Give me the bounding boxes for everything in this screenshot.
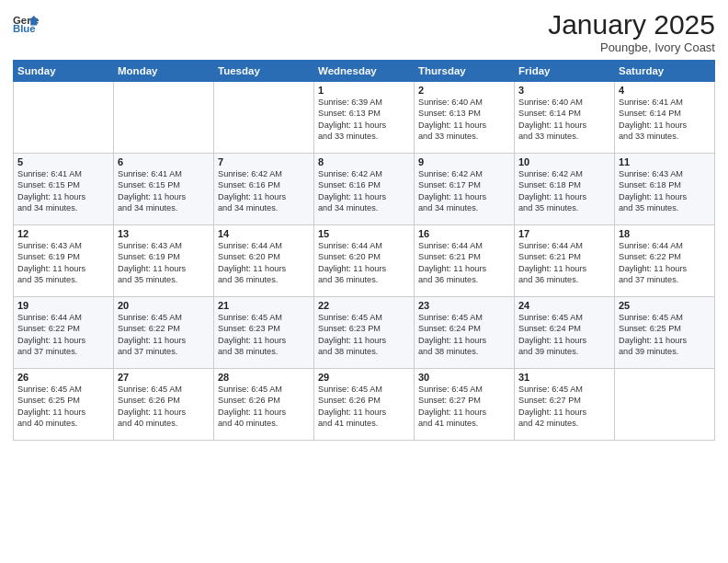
calendar-cell: 30Sunrise: 6:45 AM Sunset: 6:27 PM Dayli… <box>415 369 515 441</box>
calendar-cell: 7Sunrise: 6:42 AM Sunset: 6:16 PM Daylig… <box>214 154 314 225</box>
day-info: Sunrise: 6:45 AM Sunset: 6:26 PM Dayligh… <box>318 384 410 430</box>
day-number: 26 <box>17 372 109 383</box>
calendar-cell: 1Sunrise: 6:39 AM Sunset: 6:13 PM Daylig… <box>314 82 415 154</box>
calendar-cell: 29Sunrise: 6:45 AM Sunset: 6:26 PM Dayli… <box>314 369 415 441</box>
day-info: Sunrise: 6:44 AM Sunset: 6:20 PM Dayligh… <box>318 240 410 286</box>
day-info: Sunrise: 6:45 AM Sunset: 6:26 PM Dayligh… <box>218 384 310 430</box>
day-number: 22 <box>318 300 410 311</box>
day-number: 18 <box>619 228 711 239</box>
day-number: 14 <box>218 228 310 239</box>
day-info: Sunrise: 6:44 AM Sunset: 6:22 PM Dayligh… <box>619 240 711 286</box>
calendar-cell: 19Sunrise: 6:44 AM Sunset: 6:22 PM Dayli… <box>14 297 114 369</box>
calendar-cell: 22Sunrise: 6:45 AM Sunset: 6:23 PM Dayli… <box>314 297 415 369</box>
day-info: Sunrise: 6:39 AM Sunset: 6:13 PM Dayligh… <box>318 97 410 143</box>
day-info: Sunrise: 6:42 AM Sunset: 6:18 PM Dayligh… <box>518 168 610 214</box>
calendar-week-row: 1Sunrise: 6:39 AM Sunset: 6:13 PM Daylig… <box>14 82 715 154</box>
day-number: 28 <box>218 372 310 383</box>
day-number: 10 <box>518 156 610 167</box>
calendar: SundayMondayTuesdayWednesdayThursdayFrid… <box>13 60 715 441</box>
day-number: 11 <box>619 156 711 167</box>
header: General Blue January 2025 Poungbe, Ivory… <box>13 9 715 54</box>
day-info: Sunrise: 6:44 AM Sunset: 6:21 PM Dayligh… <box>518 240 610 286</box>
calendar-cell: 17Sunrise: 6:44 AM Sunset: 6:21 PM Dayli… <box>515 225 615 297</box>
day-info: Sunrise: 6:45 AM Sunset: 6:27 PM Dayligh… <box>518 384 610 430</box>
day-number: 4 <box>619 85 711 96</box>
month-year: January 2025 <box>548 9 715 40</box>
calendar-cell: 13Sunrise: 6:43 AM Sunset: 6:19 PM Dayli… <box>114 225 214 297</box>
day-number: 17 <box>518 228 610 239</box>
day-number: 5 <box>17 156 109 167</box>
calendar-cell: 8Sunrise: 6:42 AM Sunset: 6:16 PM Daylig… <box>314 154 415 225</box>
calendar-week-row: 26Sunrise: 6:45 AM Sunset: 6:25 PM Dayli… <box>14 369 715 441</box>
calendar-cell: 6Sunrise: 6:41 AM Sunset: 6:15 PM Daylig… <box>114 154 214 225</box>
day-info: Sunrise: 6:45 AM Sunset: 6:25 PM Dayligh… <box>17 384 109 430</box>
logo-icon: General Blue <box>13 9 39 35</box>
day-number: 24 <box>518 300 610 311</box>
calendar-cell: 24Sunrise: 6:45 AM Sunset: 6:24 PM Dayli… <box>515 297 615 369</box>
day-number: 27 <box>118 372 210 383</box>
calendar-cell: 14Sunrise: 6:44 AM Sunset: 6:20 PM Dayli… <box>214 225 314 297</box>
day-number: 7 <box>218 156 310 167</box>
day-number: 19 <box>17 300 109 311</box>
day-info: Sunrise: 6:43 AM Sunset: 6:19 PM Dayligh… <box>118 240 210 286</box>
calendar-cell: 2Sunrise: 6:40 AM Sunset: 6:13 PM Daylig… <box>415 82 515 154</box>
title-block: January 2025 Poungbe, Ivory Coast <box>548 9 715 54</box>
calendar-cell: 25Sunrise: 6:45 AM Sunset: 6:25 PM Dayli… <box>615 297 715 369</box>
day-number: 30 <box>418 372 510 383</box>
day-number: 2 <box>418 85 510 96</box>
calendar-day-header: Sunday <box>14 61 114 82</box>
calendar-day-header: Monday <box>114 61 214 82</box>
day-number: 20 <box>118 300 210 311</box>
calendar-cell: 11Sunrise: 6:43 AM Sunset: 6:18 PM Dayli… <box>615 154 715 225</box>
day-info: Sunrise: 6:45 AM Sunset: 6:24 PM Dayligh… <box>518 312 610 358</box>
calendar-cell: 18Sunrise: 6:44 AM Sunset: 6:22 PM Dayli… <box>615 225 715 297</box>
calendar-cell: 28Sunrise: 6:45 AM Sunset: 6:26 PM Dayli… <box>214 369 314 441</box>
calendar-week-row: 19Sunrise: 6:44 AM Sunset: 6:22 PM Dayli… <box>14 297 715 369</box>
day-info: Sunrise: 6:45 AM Sunset: 6:22 PM Dayligh… <box>118 312 210 358</box>
day-info: Sunrise: 6:42 AM Sunset: 6:17 PM Dayligh… <box>418 168 510 214</box>
day-info: Sunrise: 6:43 AM Sunset: 6:18 PM Dayligh… <box>619 168 711 214</box>
day-number: 9 <box>418 156 510 167</box>
calendar-cell: 5Sunrise: 6:41 AM Sunset: 6:15 PM Daylig… <box>14 154 114 225</box>
calendar-cell: 31Sunrise: 6:45 AM Sunset: 6:27 PM Dayli… <box>515 369 615 441</box>
calendar-cell: 21Sunrise: 6:45 AM Sunset: 6:23 PM Dayli… <box>214 297 314 369</box>
page: General Blue January 2025 Poungbe, Ivory… <box>0 0 728 563</box>
calendar-cell: 15Sunrise: 6:44 AM Sunset: 6:20 PM Dayli… <box>314 225 415 297</box>
day-number: 13 <box>118 228 210 239</box>
day-number: 21 <box>218 300 310 311</box>
day-info: Sunrise: 6:44 AM Sunset: 6:21 PM Dayligh… <box>418 240 510 286</box>
day-info: Sunrise: 6:41 AM Sunset: 6:15 PM Dayligh… <box>17 168 109 214</box>
calendar-day-header: Saturday <box>615 61 715 82</box>
calendar-header-row: SundayMondayTuesdayWednesdayThursdayFrid… <box>14 61 715 82</box>
calendar-week-row: 5Sunrise: 6:41 AM Sunset: 6:15 PM Daylig… <box>14 154 715 225</box>
calendar-cell: 9Sunrise: 6:42 AM Sunset: 6:17 PM Daylig… <box>415 154 515 225</box>
day-number: 31 <box>518 372 610 383</box>
calendar-cell <box>114 82 214 154</box>
calendar-cell <box>14 82 114 154</box>
day-info: Sunrise: 6:45 AM Sunset: 6:25 PM Dayligh… <box>619 312 711 358</box>
day-info: Sunrise: 6:43 AM Sunset: 6:19 PM Dayligh… <box>17 240 109 286</box>
day-number: 16 <box>418 228 510 239</box>
calendar-cell: 27Sunrise: 6:45 AM Sunset: 6:26 PM Dayli… <box>114 369 214 441</box>
day-number: 3 <box>518 85 610 96</box>
day-number: 25 <box>619 300 711 311</box>
day-number: 23 <box>418 300 510 311</box>
day-info: Sunrise: 6:45 AM Sunset: 6:23 PM Dayligh… <box>218 312 310 358</box>
location: Poungbe, Ivory Coast <box>548 40 715 54</box>
calendar-cell: 12Sunrise: 6:43 AM Sunset: 6:19 PM Dayli… <box>14 225 114 297</box>
day-info: Sunrise: 6:44 AM Sunset: 6:22 PM Dayligh… <box>17 312 109 358</box>
day-number: 1 <box>318 85 410 96</box>
calendar-day-header: Thursday <box>415 61 515 82</box>
calendar-cell: 16Sunrise: 6:44 AM Sunset: 6:21 PM Dayli… <box>415 225 515 297</box>
day-info: Sunrise: 6:41 AM Sunset: 6:14 PM Dayligh… <box>619 97 711 143</box>
calendar-day-header: Tuesday <box>214 61 314 82</box>
day-number: 6 <box>118 156 210 167</box>
day-info: Sunrise: 6:42 AM Sunset: 6:16 PM Dayligh… <box>318 168 410 214</box>
calendar-day-header: Wednesday <box>314 61 415 82</box>
calendar-cell <box>615 369 715 441</box>
day-number: 29 <box>318 372 410 383</box>
day-info: Sunrise: 6:44 AM Sunset: 6:20 PM Dayligh… <box>218 240 310 286</box>
calendar-cell: 23Sunrise: 6:45 AM Sunset: 6:24 PM Dayli… <box>415 297 515 369</box>
day-number: 15 <box>318 228 410 239</box>
calendar-cell: 10Sunrise: 6:42 AM Sunset: 6:18 PM Dayli… <box>515 154 615 225</box>
